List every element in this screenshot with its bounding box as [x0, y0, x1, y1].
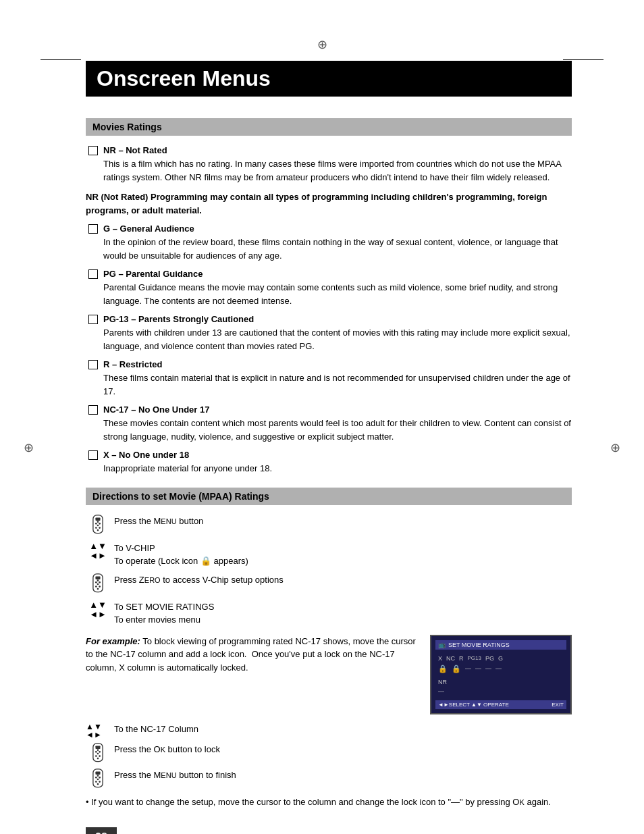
- example-block: For example: To block viewing of program…: [86, 635, 572, 714]
- svg-point-21: [99, 751, 101, 753]
- svg-point-12: [99, 581, 101, 583]
- step-4: ▲▼◄► To SET MOVIE RATINGS To enter movie…: [86, 600, 572, 627]
- svg-point-11: [95, 581, 97, 583]
- substep-2: Press the OK button to lock: [86, 743, 572, 764]
- tv-label-nc: NC: [446, 655, 455, 662]
- tv-dash-g: —: [495, 665, 502, 672]
- svg-point-6: [95, 527, 97, 529]
- rating-desc-R: These films contain material that is exp…: [88, 371, 572, 398]
- reg-mark-right: ⊕: [610, 440, 620, 455]
- rating-title-R: R – Restricted: [103, 359, 162, 369]
- svg-point-7: [99, 527, 101, 529]
- step-2-icon: ▲▼◄►: [86, 542, 110, 561]
- directions-section: Directions to set Movie (MPAA) Ratings: [86, 488, 572, 835]
- rating-checkbox-PG: [88, 269, 98, 279]
- movies-ratings-section: Movies Ratings NR – Not Rated This is a …: [86, 118, 572, 475]
- rating-checkbox-NR: [88, 146, 98, 155]
- svg-rect-19: [95, 746, 100, 748]
- remote-icon-1: [88, 515, 107, 536]
- tv-label-r: R: [459, 655, 464, 662]
- svg-point-35: [97, 783, 99, 785]
- tv-screen-mockup: 📺 SET MOVIE RATINGS X NC R PG13 PG G 🔒 🔒: [430, 635, 572, 714]
- rating-item-R: R – Restricted These films contain mater…: [86, 359, 572, 398]
- rating-checkbox-PG13: [88, 315, 98, 324]
- tv-nr-value: —: [438, 688, 444, 695]
- rating-desc-PG: Parental Guidance means the movie may co…: [88, 281, 572, 307]
- step-3: Press ZERO to access V-Chip setup option…: [86, 573, 572, 595]
- arrows-ud-lr-icon: ▲▼◄►: [89, 542, 107, 561]
- rating-checkbox-R: [88, 360, 98, 369]
- tv-nr-label: NR: [438, 679, 447, 685]
- top-rule-left: [41, 59, 81, 60]
- arrows-ud-lr-icon-2: ▲▼◄►: [89, 600, 107, 620]
- tv-label-pg: PG: [485, 655, 494, 662]
- step-1: Press the MENU button: [86, 515, 572, 536]
- rating-title-PG13: PG-13 – Parents Strongly Cautioned: [103, 314, 254, 324]
- substep-2-icon: [86, 743, 110, 764]
- svg-point-4: [97, 521, 99, 523]
- step-4-icon: ▲▼◄►: [86, 600, 110, 620]
- svg-point-8: [97, 529, 99, 531]
- substep-3-text: Press the MENU button to finish: [114, 768, 236, 782]
- svg-point-20: [95, 751, 97, 753]
- tv-bottom-bar: ◄►SELECT ▲▼ OPERATE EXIT: [435, 700, 566, 709]
- tv-label-g: G: [498, 655, 503, 662]
- svg-point-31: [97, 775, 99, 777]
- tv-title-icon: 📺: [438, 642, 446, 648]
- substep-1-icon: ▲▼ ◄►: [86, 723, 110, 739]
- rating-desc-X: Inappropriate material for anyone under …: [88, 462, 572, 475]
- rating-checkbox-G: [88, 224, 98, 234]
- nr-note: NR (Not Rated) Programming may contain a…: [86, 190, 572, 217]
- svg-point-16: [99, 585, 101, 588]
- svg-point-23: [97, 752, 99, 754]
- rating-title-NC17: NC-17 – No One Under 17: [103, 405, 210, 415]
- rating-title-G: G – General Audience: [103, 224, 194, 234]
- step-4-text: To SET MOVIE RATINGS To enter movies men…: [114, 600, 214, 627]
- rating-desc-NR: This is a film which has no rating. In m…: [88, 157, 572, 184]
- rating-item-G: G – General Audience In the opinion of t…: [86, 224, 572, 262]
- step-1-text: Press the MENU button: [114, 515, 203, 528]
- tv-nr-value-row: —: [435, 687, 566, 696]
- tv-dash-pg: —: [485, 665, 491, 672]
- rating-title-PG: PG – Parental Guidance: [103, 269, 203, 279]
- svg-point-2: [95, 523, 97, 525]
- remote-icon-2: [88, 573, 107, 595]
- substep-1: ▲▼ ◄► To the NC-17 Column: [86, 723, 572, 739]
- reg-mark-top: ⊕: [317, 37, 327, 52]
- svg-point-22: [97, 749, 99, 751]
- rating-checkbox-NC17: [88, 405, 98, 415]
- rating-desc-G: In the opinion of the review board, thes…: [88, 236, 572, 262]
- svg-rect-10: [95, 576, 100, 579]
- main-content: Onscreen Menus Movies Ratings NR – Not R…: [18, 0, 626, 834]
- tv-label-x: X: [438, 655, 442, 662]
- svg-point-34: [99, 781, 101, 783]
- tv-lock-x: 🔒: [438, 664, 448, 673]
- tv-lock-nc: 🔒: [452, 664, 461, 673]
- svg-point-14: [97, 583, 99, 585]
- tv-dash-r: —: [465, 665, 471, 672]
- svg-point-13: [97, 579, 99, 581]
- arrows-all-icon: ▲▼ ◄►: [86, 723, 110, 739]
- rating-desc-PG13: Parents with children under 13 are cauti…: [88, 326, 572, 353]
- rating-title-X: X – No One under 18: [103, 450, 189, 460]
- remote-icon-3: [88, 743, 107, 764]
- rating-checkbox-X: [88, 450, 98, 460]
- rating-item-X: X – No One under 18 Inappropriate materi…: [86, 450, 572, 475]
- substep-2-text: Press the OK button to lock: [114, 743, 220, 756]
- substep-3: Press the MENU button to finish: [86, 768, 572, 790]
- tv-locks-row: 🔒 🔒 — — — —: [435, 663, 566, 675]
- page-number: 38: [86, 827, 117, 834]
- tv-title-bar: 📺 SET MOVIE RATINGS: [435, 640, 566, 650]
- movies-ratings-header: Movies Ratings: [86, 118, 572, 136]
- step-2-text: To V-CHIP To operate (Lock icon 🔒 appear…: [114, 542, 248, 568]
- svg-point-17: [97, 588, 99, 590]
- rating-title-NR: NR – Not Rated: [103, 145, 167, 155]
- step-1-icon: [86, 515, 110, 536]
- rating-item-PG13: PG-13 – Parents Strongly Cautioned Paren…: [86, 314, 572, 353]
- substep-1-text: To the NC-17 Column: [114, 723, 198, 736]
- step-2: ▲▼◄► To V-CHIP To operate (Lock icon 🔒 a…: [86, 542, 572, 568]
- step-3-text: Press ZERO to access V-Chip setup option…: [114, 573, 284, 587]
- tv-title-text: SET MOVIE RATINGS: [448, 642, 510, 648]
- tv-bottom-exit: EXIT: [552, 702, 564, 708]
- tv-label-pg13: PG13: [468, 655, 481, 661]
